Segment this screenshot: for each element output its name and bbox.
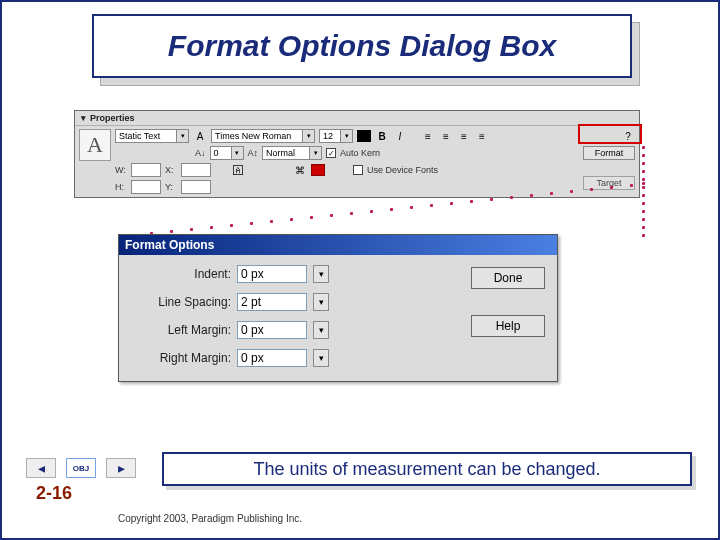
- auto-kern-checkbox[interactable]: ✓: [326, 148, 336, 158]
- align-left-icon[interactable]: ≡: [421, 129, 435, 143]
- use-device-fonts-checkbox[interactable]: [353, 165, 363, 175]
- left-margin-input[interactable]: 0 px: [237, 321, 307, 339]
- properties-row-1: Static Text ▾ A Times New Roman ▾ 12 ▾ B…: [115, 129, 575, 143]
- properties-panel-title-bar[interactable]: ▾ Properties: [75, 111, 639, 126]
- h-input[interactable]: [131, 180, 161, 194]
- chevron-down-icon[interactable]: ▾: [232, 146, 244, 160]
- text-type-dropdown[interactable]: Static Text ▾: [115, 129, 189, 143]
- text-tool-icon[interactable]: A: [79, 129, 111, 161]
- left-margin-row: Left Margin: 0 px ▾: [131, 321, 457, 339]
- dialog-form: Indent: 0 px ▾ Line Spacing: 2 pt ▾ Left…: [131, 265, 457, 367]
- chevron-down-icon[interactable]: ▾: [313, 293, 329, 311]
- indent-label: Indent:: [131, 267, 231, 281]
- copyright-text: Copyright 2003, Paradigm Publishing Inc.: [118, 513, 302, 524]
- format-options-dialog: Format Options Indent: 0 px ▾ Line Spaci…: [118, 234, 558, 382]
- page-number: 2-16: [36, 483, 72, 504]
- bold-icon[interactable]: B: [375, 129, 389, 143]
- align-right-icon[interactable]: ≡: [457, 129, 471, 143]
- w-label: W:: [115, 165, 127, 175]
- right-margin-input[interactable]: 0 px: [237, 349, 307, 367]
- properties-body: A Static Text ▾ A Times New Roman ▾ 12 ▾…: [75, 126, 639, 197]
- left-margin-label: Left Margin:: [131, 323, 231, 337]
- av-label: A↓: [195, 148, 206, 158]
- url-color-swatch[interactable]: [311, 164, 325, 176]
- dialog-body: Indent: 0 px ▾ Line Spacing: 2 pt ▾ Left…: [119, 255, 557, 381]
- properties-panel: ▾ Properties A Static Text ▾ A Times New…: [74, 110, 640, 198]
- right-margin-label: Right Margin:: [131, 351, 231, 365]
- font-size-value: 12: [319, 129, 341, 143]
- collapse-icon[interactable]: ▾: [81, 113, 86, 123]
- target-button[interactable]: Target: [583, 176, 635, 190]
- properties-side-buttons: ? Format Target: [579, 129, 635, 194]
- ai-label: A↕: [248, 148, 259, 158]
- prev-button[interactable]: ◂: [26, 458, 56, 478]
- ai-dropdown[interactable]: Normal ▾: [262, 146, 322, 160]
- chevron-down-icon[interactable]: ▾: [310, 146, 322, 160]
- font-a-icon: A: [193, 129, 207, 143]
- chevron-down-icon[interactable]: ▾: [303, 129, 315, 143]
- chevron-down-icon[interactable]: ▾: [313, 349, 329, 367]
- w-input[interactable]: [131, 163, 161, 177]
- properties-row-2: A↓ 0 ▾ A↕ Normal ▾ ✓ Auto Kern: [115, 146, 575, 160]
- slide-title-container: Format Options Dialog Box: [92, 14, 632, 78]
- right-margin-row: Right Margin: 0 px ▾: [131, 349, 457, 367]
- x-label: X:: [165, 165, 177, 175]
- x-input[interactable]: [181, 163, 211, 177]
- slide-title: Format Options Dialog Box: [92, 14, 632, 78]
- font-family-dropdown[interactable]: Times New Roman ▾: [211, 129, 315, 143]
- text-color-swatch[interactable]: [357, 130, 371, 142]
- properties-row-3: W: X: 🄰 ⌘ Use Device Fonts: [115, 163, 575, 177]
- chevron-down-icon[interactable]: ▾: [313, 265, 329, 283]
- dialog-title-bar[interactable]: Format Options: [119, 235, 557, 255]
- indent-row: Indent: 0 px ▾: [131, 265, 457, 283]
- link-icon[interactable]: ⌘: [293, 163, 307, 177]
- caption-text: The units of measurement can be changed.: [162, 452, 692, 486]
- chevron-down-icon[interactable]: ▾: [177, 129, 189, 143]
- dialog-buttons: Done Help: [471, 265, 545, 367]
- help-icon[interactable]: ?: [621, 129, 635, 143]
- line-spacing-row: Line Spacing: 2 pt ▾: [131, 293, 457, 311]
- chevron-right-icon: ▸: [118, 460, 125, 476]
- chevron-left-icon: ◂: [38, 460, 45, 476]
- indent-input[interactable]: 0 px: [237, 265, 307, 283]
- connector-dots: [642, 146, 646, 240]
- align-center-icon[interactable]: ≡: [439, 129, 453, 143]
- done-button[interactable]: Done: [471, 267, 545, 289]
- line-spacing-input[interactable]: 2 pt: [237, 293, 307, 311]
- text-type-value: Static Text: [115, 129, 177, 143]
- format-button[interactable]: Format: [583, 146, 635, 160]
- next-button[interactable]: ▸: [106, 458, 136, 478]
- selectable-icon[interactable]: 🄰: [231, 163, 245, 177]
- y-label: Y:: [165, 182, 177, 192]
- auto-kern-label: Auto Kern: [340, 148, 380, 158]
- properties-rows: Static Text ▾ A Times New Roman ▾ 12 ▾ B…: [115, 129, 575, 194]
- slide-nav: ◂ OBJ ▸: [26, 458, 136, 478]
- line-spacing-label: Line Spacing:: [131, 295, 231, 309]
- y-input[interactable]: [181, 180, 211, 194]
- h-label: H:: [115, 182, 127, 192]
- use-device-fonts-label: Use Device Fonts: [367, 165, 438, 175]
- help-button[interactable]: Help: [471, 315, 545, 337]
- ai-value: Normal: [262, 146, 310, 160]
- font-family-value: Times New Roman: [211, 129, 303, 143]
- chevron-down-icon[interactable]: ▾: [313, 321, 329, 339]
- italic-icon[interactable]: I: [393, 129, 407, 143]
- obj-button[interactable]: OBJ: [66, 458, 96, 478]
- properties-panel-title: Properties: [90, 113, 135, 123]
- properties-row-4: H: Y:: [115, 180, 575, 194]
- chevron-down-icon[interactable]: ▾: [341, 129, 353, 143]
- caption-container: The units of measurement can be changed.: [162, 452, 692, 486]
- av-dropdown[interactable]: 0 ▾: [210, 146, 244, 160]
- align-justify-icon[interactable]: ≡: [475, 129, 489, 143]
- font-size-dropdown[interactable]: 12 ▾: [319, 129, 353, 143]
- av-value: 0: [210, 146, 232, 160]
